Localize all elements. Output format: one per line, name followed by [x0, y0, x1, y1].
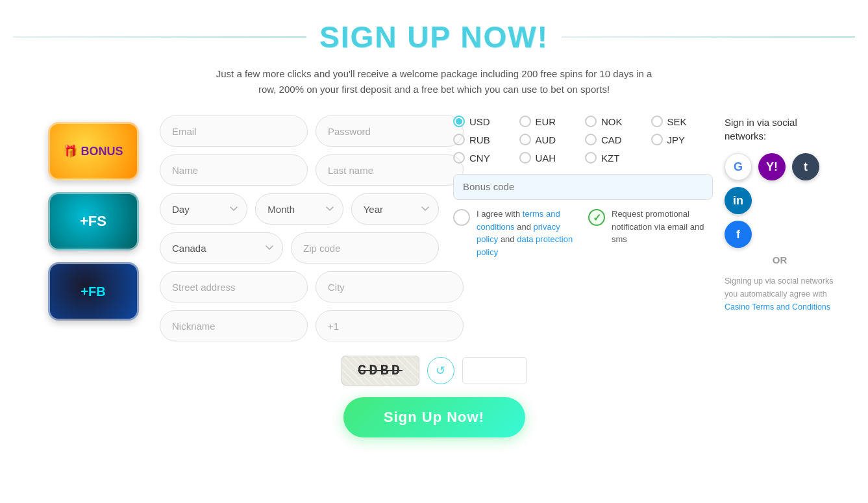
radio-eur[interactable]: [519, 116, 531, 127]
slot-fb-icon: +FB: [48, 262, 139, 321]
nickname-field[interactable]: [160, 310, 308, 341]
promo-checkbox[interactable]: ✓: [588, 209, 605, 226]
currency-cad[interactable]: CAD: [585, 134, 647, 145]
currency-eur-label: EUR: [536, 116, 556, 127]
form-currency-wrapper: Day 123456789101112131415161718192021222…: [160, 116, 835, 341]
currency-rub-label: RUB: [469, 134, 490, 145]
currency-area: USD EUR NOK SEK: [453, 116, 713, 258]
radio-cad[interactable]: [585, 134, 597, 145]
email-field[interactable]: [160, 116, 308, 147]
radio-rub[interactable]: [453, 134, 465, 145]
day-select[interactable]: Day 123456789101112131415161718192021222…: [160, 193, 247, 225]
password-field[interactable]: [316, 116, 464, 147]
terms-text: I agree with terms and conditions and pr…: [477, 208, 578, 258]
currency-rub[interactable]: RUB: [453, 134, 515, 145]
registration-form: Day 123456789101112131415161718192021222…: [160, 116, 439, 341]
slot-bonus-label: 🎁 BONUS: [63, 144, 123, 158]
terms-and1: and: [517, 222, 533, 232]
slot-bonus-wrapper: 🎁 BONUS: [48, 122, 139, 187]
month-select[interactable]: Month JanuaryFebruaryMarchAprilMayJuneJu…: [255, 193, 343, 225]
currency-nok[interactable]: NOK: [585, 116, 647, 127]
linkedin-login-button[interactable]: in: [725, 187, 752, 214]
lastname-field[interactable]: [316, 154, 464, 186]
radio-cny[interactable]: [453, 152, 465, 164]
left-decoration: 🎁 BONUS +FS +FB: [33, 116, 153, 332]
title-line-left: [13, 36, 306, 38]
slot-fb-label: +FB: [81, 284, 105, 299]
captcha-code-display: CDBD: [358, 363, 403, 379]
terms-checkbox[interactable]: [453, 209, 470, 226]
google-login-button[interactable]: G: [725, 153, 752, 180]
zipcode-field[interactable]: [291, 232, 439, 264]
captcha-row: CDBD ↺: [341, 356, 527, 386]
year-select[interactable]: Year 20102009200820072006200520042003200…: [351, 193, 439, 225]
terms-and2: and: [501, 234, 517, 244]
social-title: Sign in via social networks:: [725, 116, 835, 143]
currency-sek[interactable]: SEK: [651, 116, 713, 127]
linkedin-icon: in: [733, 194, 743, 208]
currency-cny[interactable]: CNY: [453, 152, 515, 164]
facebook-login-button[interactable]: f: [725, 221, 752, 248]
radio-nok[interactable]: [585, 116, 597, 127]
captcha-input[interactable]: [462, 357, 527, 384]
page-wrapper: SIGN UP NOW! Just a few more clicks and …: [0, 0, 868, 503]
captcha-refresh-button[interactable]: ↺: [427, 357, 454, 384]
facebook-icon: f: [736, 228, 740, 241]
promo-checkbox-item: ✓ Request promotional notification via e…: [588, 208, 713, 246]
social-description: Signing up via social networks you autom…: [725, 275, 835, 313]
currency-kzt-label: KZT: [601, 153, 619, 164]
row-dob: Day 123456789101112131415161718192021222…: [160, 193, 439, 225]
radio-usd[interactable]: [453, 116, 465, 127]
currency-cny-label: CNY: [469, 153, 490, 164]
slot-bonus-icon: 🎁 BONUS: [48, 122, 139, 180]
currency-kzt[interactable]: KZT: [585, 152, 647, 164]
captcha-image: CDBD: [341, 356, 419, 386]
currency-uah-label: UAH: [536, 153, 556, 164]
terms-checkbox-item: I agree with terms and conditions and pr…: [453, 208, 578, 258]
check-mark-icon: ✓: [593, 212, 601, 224]
radio-sek[interactable]: [651, 116, 663, 127]
currency-uah[interactable]: UAH: [519, 152, 582, 164]
row-country-zip: Canada: [160, 232, 439, 264]
terms-prefix: I agree with: [477, 209, 523, 219]
bonus-code-input[interactable]: [463, 181, 703, 192]
social-login-area: Sign in via social networks: G Y! t in: [725, 116, 835, 313]
title-line-right: [562, 36, 855, 38]
or-divider: OR: [725, 254, 835, 265]
currency-grid: USD EUR NOK SEK: [453, 116, 713, 164]
slot-fs-icon: +FS: [48, 192, 139, 251]
currency-jpy-label: JPY: [667, 134, 686, 145]
main-content: 🎁 BONUS +FS +FB: [45, 116, 824, 341]
tumblr-login-button[interactable]: t: [792, 153, 819, 180]
street-field[interactable]: [160, 271, 308, 302]
phone-field[interactable]: [316, 310, 464, 341]
radio-kzt[interactable]: [585, 152, 597, 164]
bottom-section: CDBD ↺ Sign Up Now!: [0, 356, 868, 437]
social-icons-row2: f: [725, 221, 835, 248]
signup-button[interactable]: Sign Up Now!: [343, 397, 525, 437]
checkbox-area: I agree with terms and conditions and pr…: [453, 208, 713, 258]
yahoo-login-button[interactable]: Y!: [758, 153, 786, 180]
row-name-lastname: [160, 154, 439, 186]
row-email-password: [160, 116, 439, 147]
country-select[interactable]: Canada: [160, 232, 283, 264]
currency-usd-label: USD: [469, 116, 490, 127]
currency-usd[interactable]: USD: [453, 116, 515, 127]
city-field[interactable]: [316, 271, 464, 302]
name-field[interactable]: [160, 154, 308, 186]
page-subtitle: Just a few more clicks and you'll receiv…: [214, 66, 655, 97]
currency-sek-label: SEK: [667, 116, 687, 127]
casino-terms-link[interactable]: Casino Terms and Conditions: [725, 302, 830, 312]
currency-aud[interactable]: AUD: [519, 134, 582, 145]
currency-empty: [651, 152, 713, 164]
currency-jpy[interactable]: JPY: [651, 134, 713, 145]
yahoo-icon: Y!: [766, 160, 778, 174]
currency-eur[interactable]: EUR: [519, 116, 582, 127]
radio-uah[interactable]: [519, 152, 531, 164]
social-icons-row: G Y! t in: [725, 153, 835, 214]
currency-nok-label: NOK: [601, 116, 623, 127]
slot-fs-wrapper: +FS: [48, 192, 139, 257]
radio-jpy[interactable]: [651, 134, 663, 145]
radio-aud[interactable]: [519, 134, 531, 145]
radio-usd-inner: [456, 118, 462, 125]
